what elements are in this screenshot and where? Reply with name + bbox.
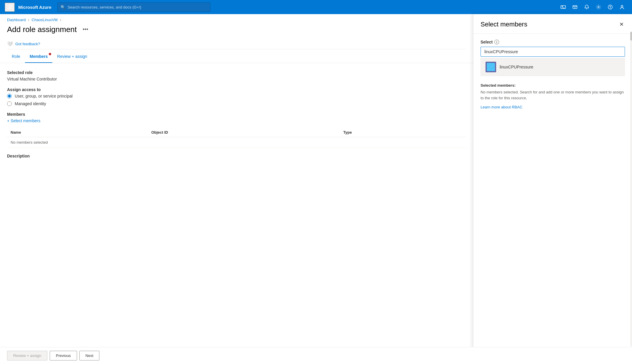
avatar-inner <box>487 63 495 71</box>
svg-point-6 <box>610 8 611 9</box>
panel-title: Select members <box>481 21 527 28</box>
select-members-label: + Select members <box>7 118 40 123</box>
empty-members-text: No members selected <box>7 137 466 148</box>
svg-point-5 <box>608 5 612 9</box>
radio-user-input[interactable] <box>7 94 12 98</box>
select-text: Select <box>481 40 493 44</box>
svg-point-4 <box>598 6 599 8</box>
breadcrumb-dashboard[interactable]: Dashboard <box>7 18 26 22</box>
left-panel: Dashboard › ChaosLinuxVM › Add role assi… <box>0 14 473 364</box>
feedback-label: Got feedback? <box>15 42 40 46</box>
result-name: linuxCPUPressure <box>500 65 533 69</box>
members-label: Members <box>7 112 466 117</box>
settings-icon[interactable] <box>593 2 604 12</box>
assign-access-label: Assign access to <box>7 87 466 92</box>
col-type: Type <box>340 128 466 137</box>
feedback-icon: 🤍 <box>7 41 13 47</box>
help-icon[interactable] <box>605 2 616 12</box>
members-table: Name Object ID Type No members selected <box>7 128 466 148</box>
tabs-container: Role Members Review + assign <box>0 51 473 63</box>
account-icon[interactable] <box>617 2 627 12</box>
radio-managed-label: Managed identity <box>15 101 46 106</box>
selected-members-section: Selected members: No members selected. S… <box>481 83 625 110</box>
search-icon: 🔍 <box>61 5 65 9</box>
radio-user-label: User, group, or service principal <box>15 94 73 98</box>
notifications-icon[interactable] <box>581 2 592 12</box>
more-options-button[interactable]: ••• <box>80 25 91 34</box>
next-button[interactable]: Next <box>79 351 100 360</box>
selected-members-desc: No members selected. Search for and add … <box>481 89 625 101</box>
header-divider <box>7 49 466 49</box>
breadcrumb-sep-2: › <box>60 18 61 22</box>
selected-role-label: Selected role <box>7 70 466 75</box>
selected-role-value: Virtual Machine Contributor <box>7 77 466 81</box>
search-results: linuxCPUPressure <box>481 58 625 76</box>
select-members-link[interactable]: + Select members <box>7 118 466 123</box>
select-field-label: Select i <box>481 40 625 44</box>
col-object-id: Object ID <box>148 128 340 137</box>
main-layout: Dashboard › ChaosLinuxVM › Add role assi… <box>0 14 632 364</box>
breadcrumb-sep-1: › <box>28 18 29 22</box>
description-label: Description <box>7 154 466 158</box>
radio-managed-input[interactable] <box>7 101 12 106</box>
previous-button[interactable]: Previous <box>50 351 77 360</box>
selected-members-label: Selected members: <box>481 83 625 88</box>
breadcrumb-vm[interactable]: ChaosLinuxVM <box>32 18 58 22</box>
review-assign-button[interactable]: Review + assign <box>7 351 47 360</box>
tab-members-label: Members <box>30 54 48 59</box>
right-panel: Select members ✕ Select i linuxCPUPressu… <box>473 14 632 364</box>
assign-access-section: Assign access to User, group, or service… <box>7 87 466 106</box>
radio-managed-identity[interactable]: Managed identity <box>7 101 466 106</box>
table-row-empty: No members selected <box>7 137 466 148</box>
panel-header: Select members ✕ <box>473 14 632 34</box>
svg-point-3 <box>575 7 576 8</box>
radio-user-principal[interactable]: User, group, or service principal <box>7 94 466 98</box>
tab-review-label: Review + assign <box>57 54 87 59</box>
result-avatar <box>486 62 496 72</box>
tab-review[interactable]: Review + assign <box>52 51 92 63</box>
cloud-shell-icon[interactable] <box>558 2 568 12</box>
members-section: Members + Select members Name Object ID … <box>7 112 466 148</box>
directory-icon[interactable] <box>570 2 580 12</box>
feedback-bar[interactable]: 🤍 Got feedback? <box>0 39 473 49</box>
tab-members[interactable]: Members <box>25 51 52 63</box>
hamburger-menu[interactable]: ☰ <box>5 3 15 12</box>
selected-role-section: Selected role Virtual Machine Contributo… <box>7 70 466 81</box>
tab-role-label: Role <box>12 54 20 59</box>
select-info-icon[interactable]: i <box>494 40 499 44</box>
member-search-input[interactable] <box>481 47 625 57</box>
page-title: Add role assignment <box>7 25 77 34</box>
breadcrumb: Dashboard › ChaosLinuxVM › <box>0 14 473 24</box>
panel-close-button[interactable]: ✕ <box>618 20 625 29</box>
col-name: Name <box>7 128 148 137</box>
rbac-learn-more-link[interactable]: Learn more about RBAC <box>481 105 522 109</box>
global-search-box[interactable]: 🔍 <box>57 2 210 12</box>
result-item-linux[interactable]: linuxCPUPressure <box>481 58 625 76</box>
top-navigation: ☰ Microsoft Azure 🔍 <box>0 0 632 14</box>
scroll-indicator <box>630 32 632 346</box>
description-section: Description <box>7 154 466 158</box>
form-content: Selected role Virtual Machine Contributo… <box>0 63 473 165</box>
search-input[interactable] <box>68 5 207 9</box>
bottom-action-bar: Review + assign Previous Next <box>0 347 632 364</box>
tab-members-dot <box>49 53 51 55</box>
page-header: Add role assignment ••• <box>0 24 473 39</box>
svg-point-7 <box>621 5 623 7</box>
azure-logo: Microsoft Azure <box>18 5 51 10</box>
scroll-thumb <box>630 32 632 41</box>
tab-role[interactable]: Role <box>7 51 25 63</box>
nav-icons <box>558 2 627 12</box>
panel-body: Select i linuxCPUPressure Selected membe… <box>473 34 632 347</box>
